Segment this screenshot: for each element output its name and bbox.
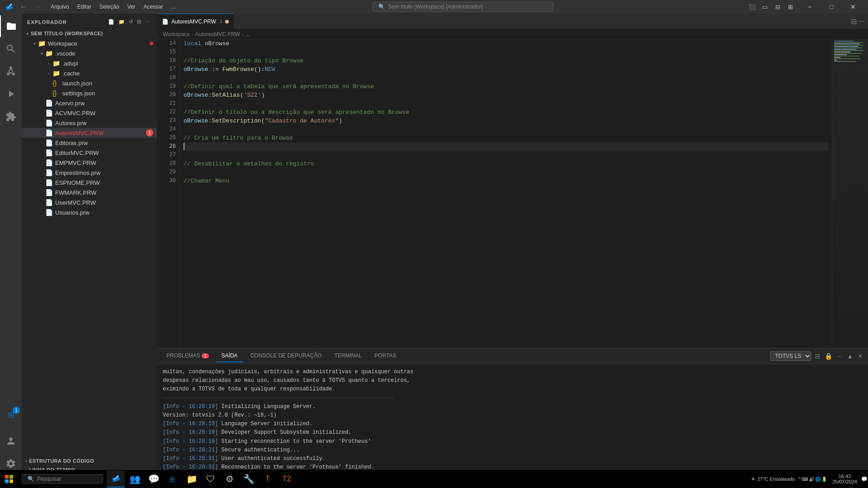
tree-fwmark-prw[interactable]: › 📄 FWMARK.PRW — [22, 188, 157, 197]
more-editor-btn[interactable]: ··· — [859, 17, 864, 25]
layout-controls: ⬛ ▭ ⊟ ⊞ — [747, 1, 796, 12]
activity-run[interactable] — [0, 83, 22, 105]
tree-advpl[interactable]: › 📁 .advpl — [22, 58, 157, 68]
folder-icon: 📁 — [52, 60, 60, 67]
tree-cache[interactable]: › 📁 .cache — [22, 68, 157, 78]
tree-settings-json[interactable]: › {} settings.json — [22, 88, 157, 98]
panel-output-line: multas, condenações judiciais, arbitrais… — [163, 368, 863, 376]
prw-icon: 📄 — [45, 99, 52, 107]
tree-editormvc-prw[interactable]: › 📄 EditorMVC.PRW — [22, 148, 157, 158]
nav-forward[interactable]: → — [31, 0, 43, 13]
menu-editar[interactable]: Editar — [74, 3, 95, 11]
title-search[interactable]: 🔍 Sem título (Workspace) [Administrador] — [373, 2, 553, 12]
split-editor-btn[interactable]: ⊟ — [851, 17, 857, 26]
notification-btn[interactable]: 💬 — [861, 475, 868, 483]
code-editor[interactable]: 1415161718192021222324252627282930 local… — [157, 39, 832, 348]
taskbar-item-4[interactable]: e — [164, 470, 182, 488]
tree-launch-json[interactable]: › {} launch.json — [22, 78, 157, 88]
tab-console[interactable]: CONSOLE DE DEPURAÇÃO — [245, 350, 327, 362]
breadcrumb-sep-2: › — [242, 31, 244, 38]
taskbar-clock[interactable]: 16:43 25/07/2024 — [829, 473, 861, 485]
tree-acvmvc-prw[interactable]: › 📄 ACVMVC.PRW — [22, 108, 157, 118]
menu-ver[interactable]: Ver — [123, 3, 139, 11]
code-line — [184, 151, 828, 160]
maximize-btn[interactable]: □ — [821, 0, 842, 14]
code-line: //Definir qual a tabela que será apresen… — [184, 82, 828, 91]
tree-usuarios-prw[interactable]: › 📄 Usuarios.prw — [22, 207, 157, 217]
systray-caret[interactable]: ^ — [798, 477, 801, 482]
tab-portas[interactable]: PORTAS — [369, 350, 401, 362]
tree-emprestimos-prw[interactable]: › 📄 Emprestimos.prw — [22, 168, 157, 178]
taskbar-weather[interactable]: ☀ 27°C Ensolarado — [749, 476, 797, 482]
tree-empmvc-prw[interactable]: › 📄 EMPMVC.PRW — [22, 158, 157, 168]
menu-selecao[interactable]: Seleção — [96, 3, 123, 11]
taskbar-item-10[interactable]: T2 — [278, 470, 296, 488]
close-panel-btn[interactable]: ✕ — [856, 351, 864, 361]
tree-espnome-prw[interactable]: › 📄 ESPNOME.PRW — [22, 178, 157, 188]
panel-content: multas, condenações judiciais, arbitrais… — [157, 364, 868, 474]
code-content[interactable]: local oBrowse//Criação do objeto do tipo… — [180, 39, 832, 348]
code-area: 1415161718192021222324252627282930 local… — [157, 39, 868, 348]
new-folder-btn[interactable]: 📁 — [118, 18, 126, 26]
collapse-btn[interactable]: ⊟ — [136, 18, 142, 26]
layout-btn-4[interactable]: ⊞ — [785, 1, 796, 12]
taskbar-item-7[interactable]: ⚙ — [221, 470, 239, 488]
menu-acessar[interactable]: Acessar — [140, 3, 166, 11]
maximize-panel-btn[interactable]: ▲ — [845, 351, 854, 361]
layout-btn-2[interactable]: ▭ — [760, 1, 770, 12]
activity-accounts[interactable] — [0, 430, 22, 452]
breadcrumb-more[interactable]: ... — [245, 31, 250, 38]
activity-source-control[interactable] — [0, 61, 22, 82]
layout-btn-3[interactable]: ⊟ — [772, 1, 783, 12]
layout-btn-1[interactable]: ⬛ — [747, 1, 758, 12]
menu-bar: Arquivo Editar Seleção Ver Acessar ... — [47, 3, 179, 11]
menu-more[interactable]: ... — [168, 3, 179, 11]
prw-icon: 📄 — [45, 179, 52, 186]
tab-autoresmvc[interactable]: 📄 AutoresMVC.PRW 1 — [157, 14, 234, 29]
breadcrumb-file[interactable]: AutoresMVC.PRW — [195, 31, 240, 38]
panel-output-line: [Info - 16:28:19] Developer Support Subs… — [163, 428, 863, 437]
taskbar-search[interactable]: 🔍 Pesquisar — [22, 474, 103, 484]
tab-saida[interactable]: SAÍDA — [216, 350, 243, 362]
more-panel-btn[interactable]: ··· — [835, 351, 844, 361]
activity-remote[interactable]: ⊞ 1 — [0, 404, 22, 426]
taskbar-vscode[interactable] — [107, 470, 125, 488]
tree-workspace[interactable]: ▾ 📁 Workspace — [22, 38, 157, 48]
taskbar-item-2[interactable]: 👥 — [126, 470, 144, 488]
taskbar-item-3[interactable]: 💬 — [145, 470, 163, 488]
title-bar: ← → Arquivo Editar Seleção Ver Acessar .… — [0, 0, 868, 14]
tree-autores-prw[interactable]: › 📄 Autores.prw — [22, 118, 157, 128]
activity-explorer[interactable] — [0, 15, 22, 37]
activity-extensions[interactable] — [0, 106, 22, 127]
refresh-btn[interactable]: ↺ — [128, 18, 134, 26]
tree-autoresmvc-prw[interactable]: › 📄 AutoresMVC.PRW 1 — [22, 128, 157, 138]
tab-problemas[interactable]: PROBLEMAS 1 — [161, 350, 214, 362]
activity-search[interactable] — [0, 38, 22, 60]
lock-output-btn[interactable]: 🔒 — [823, 351, 834, 361]
breadcrumb-workspace[interactable]: Workspace — [163, 31, 190, 38]
panel-output-line: [Info - 16:28:19] Language Server initia… — [163, 420, 863, 428]
close-btn[interactable]: ✕ — [843, 0, 863, 14]
tree-vscode[interactable]: ▾ 📁 .vscode — [22, 48, 157, 58]
tree-editoras-prw[interactable]: › 📄 Editoras.prw — [22, 138, 157, 148]
new-file-btn[interactable]: 📄 — [107, 18, 116, 26]
taskbar-item-8[interactable]: 🔧 — [240, 470, 258, 488]
tree-workspace-root[interactable]: ▾ SEM TÍTULO (WORKSPACE) — [22, 28, 157, 38]
menu-arquivo[interactable]: Arquivo — [47, 3, 73, 11]
nav-back[interactable]: ← — [17, 0, 30, 13]
output-selector[interactable]: TOTVS LS — [770, 351, 811, 361]
minimize-btn[interactable]: − — [799, 0, 820, 14]
tab-terminal[interactable]: TERMINAL — [329, 350, 368, 362]
tab-bar: 📄 AutoresMVC.PRW 1 ⊟ ··· — [157, 14, 868, 29]
tree-usermvc-prw[interactable]: › 📄 UserMVC.PRW — [22, 197, 157, 207]
taskbar-item-9[interactable]: T — [259, 470, 277, 488]
start-button[interactable] — [0, 470, 18, 488]
clear-output-btn[interactable]: ⊟ — [813, 351, 821, 361]
more-btn[interactable]: ··· — [144, 18, 151, 26]
taskbar-pinned: 👥 💬 e 📁 🛡 ⚙ 🔧 T T2 — [107, 470, 296, 488]
tree-acervo-prw[interactable]: › 📄 Acervo.prw — [22, 98, 157, 108]
tree-advpl-label: .advpl — [62, 60, 78, 67]
taskbar-item-6[interactable]: 🛡 — [202, 470, 220, 488]
section-code-structure[interactable]: › ESTRUTURA DO CÓDIGO — [22, 456, 157, 465]
taskbar-item-5[interactable]: 📁 — [183, 470, 201, 488]
